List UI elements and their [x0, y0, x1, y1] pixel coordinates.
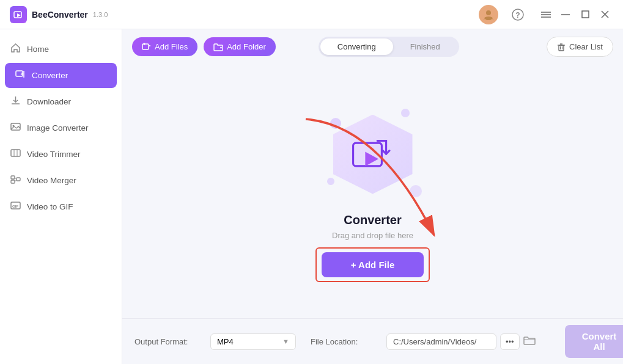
tab-finished[interactable]: Finished	[393, 38, 457, 55]
title-bar-controls: ?	[479, 5, 613, 24]
open-folder-icon	[523, 335, 536, 346]
sidebar-item-downloader[interactable]: Downloader	[0, 89, 122, 114]
add-folder-label: Add Folder	[227, 42, 266, 51]
sidebar-item-image-converter[interactable]: Image Converter	[0, 115, 122, 140]
clear-list-label: Clear List	[569, 42, 603, 51]
svg-rect-23	[17, 178, 20, 181]
toolbar: Add Files Add Folder Converting Finished	[122, 29, 623, 64]
drop-area-title: Converter	[344, 213, 401, 227]
svg-rect-21	[11, 176, 15, 179]
svg-rect-35	[559, 45, 564, 51]
tab-toggle: Converting Finished	[319, 37, 459, 57]
format-value: MP4	[217, 337, 234, 346]
file-location-row: C:/Users/admin/Videos/ •••	[386, 333, 536, 350]
add-files-button[interactable]: Add Files	[132, 37, 197, 56]
sidebar-item-image-converter-label: Image Converter	[27, 123, 89, 133]
app-version: 1.3.0	[93, 11, 108, 18]
sidebar-item-converter-label: Converter	[32, 71, 68, 80]
title-bar: BeeConverter 1.3.0 ?	[0, 0, 623, 29]
menu-button[interactable]	[537, 6, 555, 23]
maximize-button[interactable]	[577, 6, 594, 23]
file-path-more-button[interactable]: •••	[500, 333, 520, 350]
decoration	[324, 106, 422, 203]
sidebar-item-video-merger-label: Video Merger	[27, 176, 76, 185]
dot-decoration-2	[401, 109, 410, 117]
dot-decoration-1	[330, 118, 341, 129]
image-converter-icon	[10, 122, 21, 134]
add-folder-button[interactable]: Add Folder	[204, 37, 276, 56]
sidebar-item-downloader-label: Downloader	[27, 97, 71, 106]
sidebar-item-video-to-gif-label: Video to GIF	[27, 202, 73, 211]
minimize-button[interactable]	[557, 6, 574, 23]
help-button[interactable]: ?	[508, 5, 528, 24]
bottom-bar: Output Format: MP4 ▼ File Location: C:/U…	[122, 318, 623, 364]
downloader-icon	[10, 95, 21, 108]
close-button[interactable]	[596, 6, 613, 23]
svg-point-2	[486, 10, 491, 15]
drop-area: Converter Drag and drop file here + Add …	[122, 64, 623, 318]
dot-decoration-3	[327, 178, 334, 185]
video-trimmer-icon	[10, 148, 21, 161]
sidebar-item-video-trimmer[interactable]: Video Trimmer	[0, 142, 122, 167]
svg-rect-18	[11, 150, 20, 156]
svg-text:GIF: GIF	[12, 205, 18, 208]
main-layout: Home Converter Downloader	[0, 29, 623, 364]
video-merger-icon	[10, 174, 21, 187]
open-folder-button[interactable]	[523, 335, 536, 349]
sidebar-item-home-label: Home	[27, 45, 49, 54]
app-logo	[10, 6, 27, 23]
sidebar-item-converter[interactable]: Converter	[5, 63, 117, 88]
content-area: Add Files Add Folder Converting Finished	[122, 29, 623, 364]
converter-main-icon	[351, 136, 395, 173]
dot-decoration-4	[410, 185, 422, 197]
tab-converting[interactable]: Converting	[320, 38, 393, 55]
avatar-button[interactable]	[479, 5, 498, 24]
add-folder-icon	[213, 43, 223, 51]
svg-rect-22	[11, 180, 15, 183]
trash-icon	[557, 43, 566, 51]
sidebar-item-video-to-gif[interactable]: GIF Video to GIF	[0, 194, 122, 219]
sidebar-item-video-trimmer-label: Video Trimmer	[27, 150, 81, 159]
app-title: BeeConverter	[32, 10, 88, 20]
add-file-button[interactable]: + Add File	[322, 252, 424, 277]
home-icon	[10, 43, 21, 56]
svg-rect-28	[142, 44, 149, 49]
video-to-gif-icon: GIF	[10, 200, 21, 213]
title-bar-left: BeeConverter 1.3.0	[10, 6, 108, 23]
add-file-wrapper: + Add File	[322, 252, 424, 277]
converter-icon	[15, 69, 26, 82]
svg-text:?: ?	[515, 11, 520, 20]
file-location-label: File Location:	[311, 337, 372, 346]
clear-list-button[interactable]: Clear List	[547, 37, 613, 57]
svg-marker-1	[17, 13, 21, 17]
output-format-label: Output Format:	[135, 337, 196, 346]
sidebar-item-video-merger[interactable]: Video Merger	[0, 168, 122, 193]
chevron-down-icon: ▼	[282, 338, 289, 345]
drop-area-subtitle: Drag and drop file here	[332, 231, 413, 240]
format-select[interactable]: MP4 ▼	[210, 333, 296, 350]
sidebar-item-home[interactable]: Home	[0, 37, 122, 62]
add-files-label: Add Files	[155, 42, 188, 51]
window-controls	[537, 6, 613, 23]
add-files-icon	[142, 42, 151, 51]
sidebar: Home Converter Downloader	[0, 29, 122, 364]
convert-all-button[interactable]: Convert All	[565, 325, 623, 358]
file-path-display: C:/Users/admin/Videos/	[386, 333, 496, 350]
svg-rect-10	[582, 11, 589, 18]
